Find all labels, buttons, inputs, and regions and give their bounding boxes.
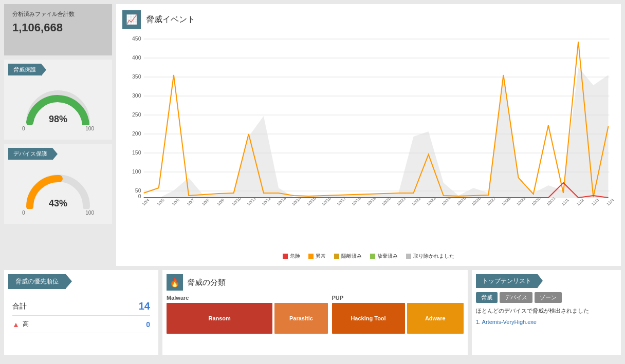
tab-zone[interactable]: ゾーン (535, 292, 562, 303)
pup-label: PUP (332, 295, 464, 301)
bar-parasitic: Parasitic (274, 303, 327, 334)
threat-priority-header: 脅威の優先順位 (8, 274, 66, 289)
legend-removed-label: 取り除かれました (413, 253, 454, 260)
threat-priority-panel: 脅威の優先順位 合計 14 ▲ 高 0 (4, 270, 158, 355)
device-protection-gauge: 43% 0 100 (8, 164, 108, 220)
svg-text:50: 50 (135, 188, 141, 194)
chart-icon: 📈 (126, 14, 137, 25)
device-gauge-svg: 43% (22, 168, 94, 209)
legend-removed: 取り除かれました (406, 253, 454, 260)
svg-text:400: 400 (132, 55, 141, 61)
topten-description: ほとんどのデバイスで脅威が検出されました (476, 307, 617, 315)
pup-section: PUP Hacking Tool Adware (332, 295, 464, 334)
svg-rect-53 (308, 254, 314, 259)
svg-text:300: 300 (132, 93, 141, 99)
svg-text:10/5: 10/5 (156, 198, 166, 207)
malware-section: Malware Ransom Parasitic (167, 295, 328, 334)
threat-gauge-svg: 98% (22, 84, 94, 125)
svg-text:10/8: 10/8 (201, 198, 210, 207)
malware-label: Malware (167, 295, 328, 301)
svg-text:150: 150 (132, 150, 141, 156)
chart-area: 450 400 350 300 250 200 150 100 50 0 (122, 34, 615, 248)
legend-hoki-icon (370, 254, 375, 259)
chart-header: 📈 脅威イベント (122, 10, 615, 29)
device-scale: 0 100 (22, 210, 94, 216)
top-row: 分析済みファイル合計数 1,106,668 脅威保護 98% (4, 4, 621, 266)
chart-panel: 📈 脅威イベント 450 (116, 4, 621, 266)
svg-text:10/4: 10/4 (141, 198, 151, 207)
fire-icon-box: 🔥 (167, 274, 183, 291)
svg-text:11/1: 11/1 (561, 198, 570, 207)
priority-total-label: 合計 (12, 302, 27, 311)
device-protection-box: デバイス保護 43% 0 100 (4, 144, 112, 224)
chart-icon-box: 📈 (122, 10, 141, 29)
svg-marker-19 (144, 67, 609, 198)
svg-text:0: 0 (138, 194, 141, 199)
pup-bars: Hacking Tool Adware (332, 303, 464, 334)
legend-kiken: 危険 (283, 253, 300, 260)
device-scale-min: 0 (22, 210, 25, 216)
priority-high-row: ▲ 高 0 (12, 316, 150, 333)
tab-threat[interactable]: 脅威 (476, 292, 498, 303)
legend-ijo-label: 異常 (316, 253, 326, 260)
legend-removed-icon (406, 254, 411, 259)
topten-item-1[interactable]: 1. Artemis-VeryHigh.exe (476, 319, 617, 325)
topten-tabs[interactable]: 脅威 デバイス ゾーン (476, 292, 617, 303)
threat-protection-gauge: 98% 0 100 (8, 80, 108, 136)
priority-high-text: 高 (23, 320, 29, 329)
topten-panel: トップテンリスト 脅威 デバイス ゾーン ほとんどのデバイスで脅威が検出されまし… (472, 270, 621, 355)
priority-high-count: 0 (146, 320, 150, 329)
file-count-box: 分析済みファイル合計数 1,106,668 (4, 4, 112, 55)
classification-categories: Malware Ransom Parasitic PUP Hacking Too… (167, 295, 464, 334)
bottom-row: 脅威の優先順位 合計 14 ▲ 高 0 🔥 (4, 270, 621, 355)
svg-text:10/7: 10/7 (186, 198, 195, 207)
threat-protection-header: 脅威保護 (8, 64, 41, 75)
svg-text:200: 200 (132, 131, 141, 137)
svg-text:450: 450 (132, 36, 141, 42)
svg-text:11/4: 11/4 (605, 198, 615, 207)
threat-protection-box: 脅威保護 98% 0 100 (4, 60, 112, 140)
legend-hoki-label: 放棄済み (377, 253, 398, 260)
tab-device[interactable]: デバイス (500, 292, 532, 303)
bar-adware: Adware (407, 303, 464, 334)
topten-title: トップテンリスト (476, 274, 538, 288)
file-count-value: 1,106,668 (12, 21, 104, 34)
device-scale-max: 100 (85, 210, 94, 216)
arrow-up-icon: ▲ (12, 320, 20, 329)
bar-ransom: Ransom (167, 303, 272, 334)
classification-title: 脅威の分類 (187, 278, 226, 288)
legend-kakuri-icon (334, 254, 339, 259)
threat-scale: 0 100 (22, 126, 94, 131)
bar-hacking-tool: Hacking Tool (332, 303, 405, 334)
classification-panel: 🔥 脅威の分類 Malware Ransom Parasitic PUP Hac… (162, 270, 468, 355)
legend-kiken-icon (283, 254, 288, 259)
device-percentage: 43% (49, 198, 67, 209)
legend-kakuri-label: 隔離済み (341, 253, 362, 260)
chart-title: 脅威イベント (146, 14, 195, 25)
priority-content: 合計 14 ▲ 高 0 (4, 293, 158, 337)
svg-rect-56 (406, 254, 411, 259)
svg-rect-54 (334, 254, 339, 259)
file-count-label: 分析済みファイル合計数 (12, 10, 104, 18)
threat-scale-max: 100 (85, 126, 94, 131)
svg-rect-55 (370, 254, 375, 259)
priority-total-row: 合計 14 (12, 297, 150, 316)
malware-bars: Ransom Parasitic (167, 303, 328, 334)
legend-ijo-icon (308, 254, 314, 259)
chart-legend: 危険 異常 隔離済み 放棄済み 取り除かれました (122, 253, 615, 260)
svg-text:250: 250 (132, 112, 141, 118)
fire-icon: 🔥 (170, 278, 180, 288)
priority-high-label: ▲ 高 (12, 320, 29, 329)
threat-chart-svg: 450 400 350 300 250 200 150 100 50 0 (122, 34, 615, 208)
svg-text:11/2: 11/2 (576, 198, 585, 207)
main-container: 分析済みファイル合計数 1,106,668 脅威保護 98% (0, 0, 625, 364)
left-panel: 分析済みファイル合計数 1,106,668 脅威保護 98% (4, 4, 112, 266)
priority-total-count: 14 (139, 300, 150, 312)
legend-kiken-label: 危険 (290, 253, 300, 260)
svg-text:100: 100 (132, 169, 141, 175)
device-protection-header: デバイス保護 (8, 148, 52, 160)
svg-text:10/6: 10/6 (171, 198, 180, 207)
legend-ijo: 異常 (308, 253, 326, 260)
topten-header: トップテンリスト (476, 274, 617, 288)
threat-percentage: 98% (49, 114, 67, 125)
